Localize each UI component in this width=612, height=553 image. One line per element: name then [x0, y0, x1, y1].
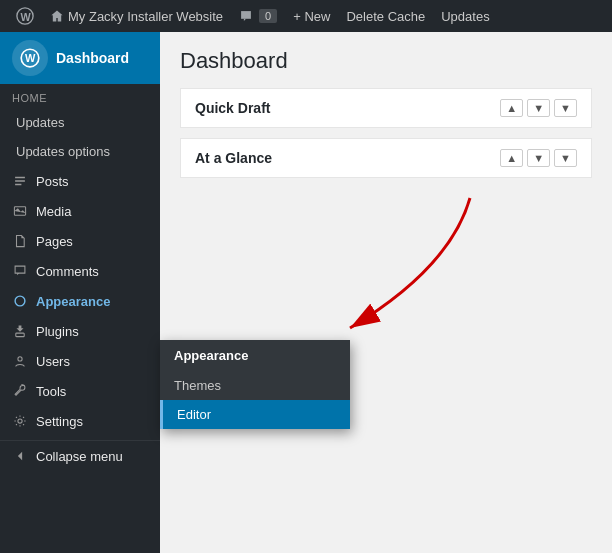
- admin-bar-wp-logo[interactable]: W: [8, 0, 42, 32]
- quick-draft-title: Quick Draft: [195, 100, 270, 116]
- sidebar-item-plugins[interactable]: Plugins: [0, 316, 160, 346]
- posts-item-label: Posts: [36, 174, 69, 189]
- at-a-glance-up[interactable]: ▲: [500, 149, 523, 167]
- appearance-submenu-title: Appearance: [174, 348, 248, 363]
- at-a-glance-title: At a Glance: [195, 150, 272, 166]
- sidebar-item-updates[interactable]: Updates: [0, 108, 160, 137]
- quick-draft-widget: Quick Draft ▲ ▼ ▼: [180, 88, 592, 128]
- quick-draft-dropdown[interactable]: ▼: [554, 99, 577, 117]
- comments-item-label: Comments: [36, 264, 99, 279]
- appearance-submenu-header: Appearance: [160, 340, 350, 371]
- app-layout: W Dashboard Home Updates Updates options…: [0, 32, 612, 553]
- themes-label: Themes: [174, 378, 221, 393]
- admin-bar: W My Zacky Installer Website 0 + New Del…: [0, 0, 612, 32]
- sidebar-item-posts[interactable]: Posts: [0, 166, 160, 196]
- at-a-glance-controls: ▲ ▼ ▼: [500, 149, 577, 167]
- home-section-label: Home: [0, 84, 160, 108]
- delete-cache-label: Delete Cache: [346, 9, 425, 24]
- admin-bar-updates[interactable]: Updates: [433, 0, 497, 32]
- sidebar-item-updates-options[interactable]: Updates options: [0, 137, 160, 166]
- quick-draft-up[interactable]: ▲: [500, 99, 523, 117]
- posts-icon: [12, 173, 28, 189]
- media-icon: [12, 203, 28, 219]
- site-name: My Zacky Installer Website: [68, 9, 223, 24]
- media-item-label: Media: [36, 204, 71, 219]
- admin-bar-home[interactable]: My Zacky Installer Website: [42, 0, 231, 32]
- dashboard-logo-icon: W: [12, 40, 48, 76]
- appearance-submenu-editor[interactable]: Editor: [160, 400, 350, 429]
- collapse-icon: [12, 448, 28, 464]
- admin-bar-new[interactable]: + New: [285, 0, 338, 32]
- appearance-icon: [12, 293, 28, 309]
- updates-item-label: Updates: [16, 115, 64, 130]
- sidebar-item-collapse[interactable]: Collapse menu: [0, 440, 160, 471]
- appearance-submenu: Appearance Themes Editor: [160, 340, 350, 429]
- sidebar-item-pages[interactable]: Pages: [0, 226, 160, 256]
- at-a-glance-widget: At a Glance ▲ ▼ ▼: [180, 138, 592, 178]
- svg-point-6: [18, 357, 22, 361]
- svg-rect-5: [16, 333, 24, 337]
- svg-text:W: W: [21, 11, 32, 23]
- sidebar-item-appearance[interactable]: Appearance: [0, 286, 160, 316]
- sidebar-logo-text: Dashboard: [56, 50, 129, 66]
- editor-label: Editor: [177, 407, 211, 422]
- comment-count: 0: [259, 9, 277, 23]
- tools-icon: [12, 383, 28, 399]
- sidebar-item-settings[interactable]: Settings: [0, 406, 160, 436]
- svg-point-7: [18, 419, 22, 423]
- at-a-glance-dropdown[interactable]: ▼: [554, 149, 577, 167]
- main-content: Dashboard Quick Draft ▲ ▼ ▼ At a Glance …: [160, 32, 612, 553]
- collapse-item-label: Collapse menu: [36, 449, 123, 464]
- admin-bar-delete-cache[interactable]: Delete Cache: [338, 0, 433, 32]
- users-item-label: Users: [36, 354, 70, 369]
- tools-item-label: Tools: [36, 384, 66, 399]
- settings-icon: [12, 413, 28, 429]
- appearance-item-label: Appearance: [36, 294, 110, 309]
- at-a-glance-header[interactable]: At a Glance ▲ ▼ ▼: [181, 139, 591, 177]
- sidebar-item-tools[interactable]: Tools: [0, 376, 160, 406]
- updates-options-item-label: Updates options: [16, 144, 110, 159]
- pages-item-label: Pages: [36, 234, 73, 249]
- sidebar-item-users[interactable]: Users: [0, 346, 160, 376]
- quick-draft-header[interactable]: Quick Draft ▲ ▼ ▼: [181, 89, 591, 127]
- page-title: Dashboard: [180, 48, 592, 74]
- comments-icon: [12, 263, 28, 279]
- settings-item-label: Settings: [36, 414, 83, 429]
- sidebar: W Dashboard Home Updates Updates options…: [0, 32, 160, 553]
- sidebar-item-comments[interactable]: Comments: [0, 256, 160, 286]
- quick-draft-controls: ▲ ▼ ▼: [500, 99, 577, 117]
- quick-draft-down[interactable]: ▼: [527, 99, 550, 117]
- plugins-icon: [12, 323, 28, 339]
- admin-bar-comments[interactable]: 0: [231, 0, 285, 32]
- annotation-arrow: [290, 188, 510, 358]
- at-a-glance-down[interactable]: ▼: [527, 149, 550, 167]
- plugins-item-label: Plugins: [36, 324, 79, 339]
- updates-label: Updates: [441, 9, 489, 24]
- sidebar-item-media[interactable]: Media: [0, 196, 160, 226]
- sidebar-logo[interactable]: W Dashboard: [0, 32, 160, 84]
- users-icon: [12, 353, 28, 369]
- appearance-submenu-themes[interactable]: Themes: [160, 371, 350, 400]
- pages-icon: [12, 233, 28, 249]
- svg-text:W: W: [25, 52, 36, 64]
- new-label: + New: [293, 9, 330, 24]
